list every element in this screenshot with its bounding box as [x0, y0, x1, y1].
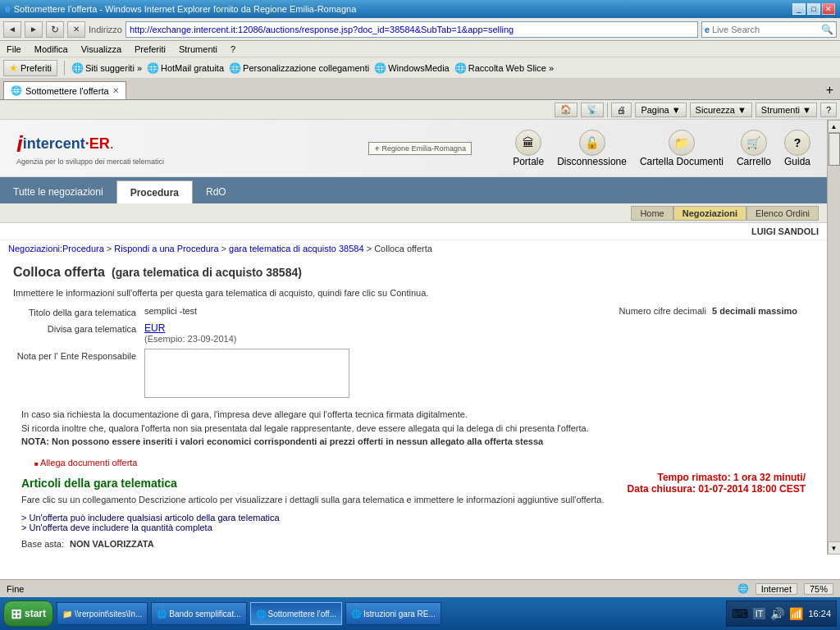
scroll-down-button[interactable]: ▼	[828, 541, 841, 555]
globe-icon-3: 🌐	[229, 62, 241, 74]
divisa-link[interactable]: EUR	[144, 322, 165, 334]
articoli-title: Articoli della gara telematica	[13, 472, 185, 491]
subnav-home[interactable]: Home	[631, 206, 673, 221]
page-content: i intercent ·ER . Agenzia per lo svilupp…	[0, 120, 827, 555]
content-wrapper: i intercent ·ER . Agenzia per lo svilupp…	[0, 120, 840, 555]
nota-row: Nota per l' Ente Responsabile	[13, 349, 814, 398]
breadcrumb-sep3: >	[367, 244, 374, 253]
menu-visualizza[interactable]: Visualizza	[81, 44, 121, 54]
menu-strumenti[interactable]: Strumenti	[179, 44, 217, 54]
timer-row: Tempo rimasto: 1 ora 32 minuti/	[628, 472, 806, 483]
scroll-thumb[interactable]	[829, 133, 840, 166]
fav-hotmail[interactable]: 🌐 HotMail gratuita	[147, 62, 224, 74]
forward-button[interactable]: ►	[25, 21, 43, 38]
help-icon: ?	[784, 130, 810, 156]
back-button[interactable]: ◄	[3, 21, 21, 38]
search-input[interactable]	[712, 25, 819, 34]
subnav-negoziazioni[interactable]: Negoziazioni	[673, 206, 746, 221]
favorites-bar: ★ Preferiti 🌐 Siti suggeriti » 🌐 HotMail…	[0, 57, 840, 79]
carrello-button[interactable]: 🛒 Carrello	[737, 130, 771, 167]
help-button[interactable]: ?	[820, 103, 837, 117]
titolo-label: Titolo della gara telematica	[13, 306, 144, 317]
breadcrumb-current: Colloca offerta	[374, 244, 432, 253]
date-label: Data chiusura:	[628, 483, 696, 495]
menu-modifica[interactable]: Modifica	[34, 44, 68, 54]
attach-link[interactable]: Allega documenti offerta	[21, 458, 138, 468]
fav-siti[interactable]: 🌐 Siti suggeriti »	[71, 62, 142, 74]
stop-button[interactable]: ✕	[67, 21, 85, 38]
decimal-info: Numero cifre decimali 5 decimali massimo	[619, 306, 814, 316]
decimali-value: 5 decimali massimo	[712, 306, 797, 316]
title-bar: e Sottomettere l'offerta - Windows Inter…	[0, 0, 840, 18]
tab-rdo[interactable]: RdO	[193, 180, 240, 203]
timer-area: Tempo rimasto: 1 ora 32 minuti/ Data chi…	[628, 472, 814, 495]
minimize-button[interactable]: _	[792, 3, 806, 15]
secondary-toolbar: 🏠 📡 🖨 Pagina ▼ Sicurezza ▼ Strumenti ▼ ?	[0, 100, 840, 120]
disconnessione-button[interactable]: 🔓 Disconnessione	[557, 130, 627, 167]
portale-button[interactable]: 🏛 Portale	[513, 130, 544, 167]
breadcrumb-sep2: >	[221, 244, 229, 253]
search-icon[interactable]: 🔍	[819, 24, 836, 35]
form-instruction: Immettere le informazioni sull'offerta p…	[13, 288, 814, 298]
logo-subtitle: Agenzia per lo sviluppo dei mercati tele…	[16, 158, 164, 166]
tab-procedura[interactable]: Procedura	[116, 180, 193, 203]
tab-tutte[interactable]: Tutte le negoziazioni	[0, 180, 116, 203]
security-button[interactable]: Sicurezza ▼	[690, 103, 752, 117]
logo-dot: .	[110, 135, 114, 153]
refresh-button[interactable]: ↻	[46, 21, 64, 38]
form-area: Colloca offerta (gara telematica di acqu…	[0, 257, 827, 555]
title-bar-left: e Sottomettere l'offerta - Windows Inter…	[5, 3, 356, 15]
address-input[interactable]	[126, 21, 698, 38]
scroll-track	[828, 133, 840, 541]
cart-icon: 🛒	[741, 130, 767, 156]
region-emblem: ⚜	[374, 145, 380, 153]
folder-icon: 📁	[669, 130, 695, 156]
fav-raccolta[interactable]: 🌐 Raccolta Web Slice »	[454, 62, 554, 74]
subnav-elenco[interactable]: Elenco Ordini	[746, 206, 819, 221]
fav-windowsmedia[interactable]: 🌐 WindowsMedia	[374, 62, 450, 74]
active-tab[interactable]: 🌐 Sottomettere l'offerta ✕	[3, 81, 126, 99]
tools-button[interactable]: Strumenti ▼	[756, 103, 817, 117]
favorites-label: Preferiti	[21, 63, 52, 73]
close-button[interactable]: ✕	[822, 3, 835, 15]
feeds-button[interactable]: 📡	[581, 103, 604, 117]
portale-icon: 🏛	[515, 130, 541, 156]
page-title: Colloca offerta	[13, 265, 105, 280]
print-button[interactable]: 🖨	[611, 103, 632, 117]
date-row: Data chiusura: 01-07-2014 18:00 CEST	[628, 483, 806, 495]
maximize-button[interactable]: □	[807, 3, 820, 15]
base-asta-label: Base asta:	[21, 539, 64, 549]
breadcrumb-rispondi[interactable]: Rispondi a una Procedura	[114, 244, 218, 253]
region-logo-box: ⚜ Regione Emilia-Romagna	[368, 142, 472, 155]
logo-area: i intercent ·ER . Agenzia per lo svilupp…	[16, 131, 164, 166]
guida-button[interactable]: ? Guida	[784, 130, 810, 167]
menu-preferiti[interactable]: Preferiti	[135, 44, 166, 54]
logo: i intercent ·ER .	[16, 131, 164, 158]
globe-icon: 🌐	[71, 62, 84, 74]
fav-personalizzazione[interactable]: 🌐 Personalizzazione collegamenti	[229, 62, 369, 74]
cartella-button[interactable]: 📁 Cartella Documenti	[640, 130, 724, 167]
articoli-header: Articoli della gara telematica Tempo rim…	[13, 472, 814, 495]
page-button[interactable]: Pagina ▼	[635, 103, 686, 117]
warning-area: In caso sia richiesta la documentazione …	[13, 403, 814, 454]
menu-file[interactable]: File	[7, 44, 21, 54]
tab-close-button[interactable]: ✕	[112, 86, 119, 95]
separator	[607, 103, 608, 117]
page-header: i intercent ·ER . Agenzia per lo svilupp…	[0, 120, 827, 177]
info-bullet-2: Un'offerta deve includere la quantità co…	[21, 523, 806, 532]
header-icons: 🏛 Portale 🔓 Disconnessione 📁 Cartella Do…	[513, 130, 810, 167]
divisa-row: Divisa gara telematica EUR (Esempio: 23-…	[13, 322, 814, 344]
new-tab-button[interactable]: +	[823, 81, 837, 99]
breadcrumb-negoziazioni[interactable]: Negoziazioni:Procedura	[8, 244, 104, 253]
decimali-label: Numero cifre decimali	[619, 306, 706, 316]
add-favorites-button[interactable]: ★ Preferiti	[3, 60, 57, 76]
sub-nav-tabs: Home Negoziazioni Elenco Ordini	[631, 206, 819, 221]
nota-textarea[interactable]	[144, 349, 349, 398]
scroll-up-button[interactable]: ▲	[828, 120, 841, 133]
globe-icon-2: 🌐	[147, 62, 159, 74]
breadcrumb-gara[interactable]: gara telematica di acquisto 38584	[229, 244, 364, 253]
menu-help[interactable]: ?	[231, 44, 235, 54]
address-bar: ◄ ► ↻ ✕ Indirizzo e 🔍	[0, 18, 840, 41]
home-button[interactable]: 🏠	[555, 103, 578, 117]
titolo-row: Titolo della gara telematica semplici -t…	[13, 306, 814, 317]
